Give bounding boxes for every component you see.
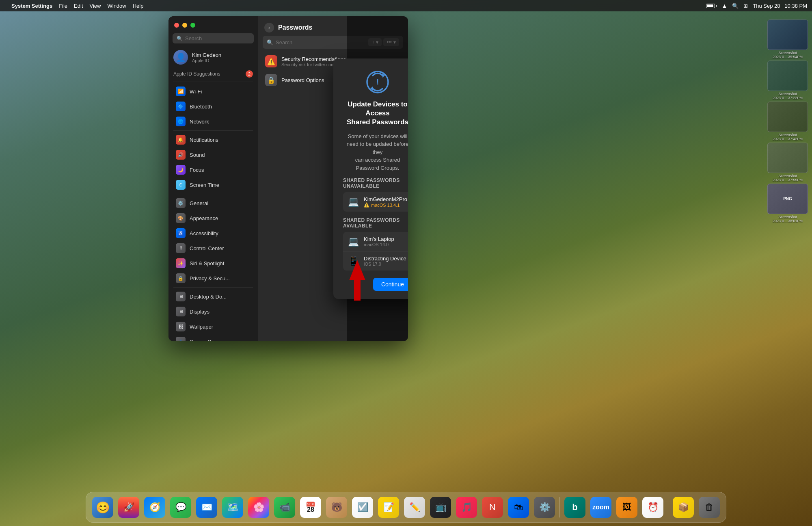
dock-item-messages[interactable]: 💬 xyxy=(169,496,192,519)
sidebar-item-focus[interactable]: 🌙 Focus xyxy=(171,162,255,177)
back-button[interactable]: ‹ xyxy=(264,23,274,32)
clock-icon: ⏰ xyxy=(642,497,663,518)
sidebar-item-controlcenter[interactable]: 🎛 Control Center xyxy=(171,241,255,255)
screenshot-1[interactable]: Screenshot2023-0....35:54PM xyxy=(767,19,809,59)
device-laptop-os: macOS 14.0 xyxy=(364,242,394,247)
screenshot-label-3: Screenshot2023-0....37:42PM xyxy=(773,133,803,141)
suggestions-badge: 2 xyxy=(246,70,253,78)
laptop-available-icon: 💻 xyxy=(348,236,359,247)
screenshot-thumb-2[interactable] xyxy=(767,61,808,91)
dock-item-calendar[interactable]: SEP 28 xyxy=(299,496,322,519)
app-name[interactable]: System Settings xyxy=(11,3,52,9)
sidebar-item-screentime[interactable]: ⏱ Screen Time xyxy=(171,177,255,192)
screenshot-5[interactable]: PNG Screenshot2023-0....38:01PM xyxy=(767,184,809,223)
dock-item-freeform[interactable]: ✏️ xyxy=(403,496,426,519)
sidebar-item-network[interactable]: 🌐 Network xyxy=(171,114,255,129)
sidebar-item-sound[interactable]: 🔊 Sound xyxy=(171,147,255,162)
appletv-icon: 📺 xyxy=(430,497,451,518)
syspreferences-icon: ⚙️ xyxy=(534,497,555,518)
maximize-button[interactable] xyxy=(190,23,195,28)
privacy-icon: 🔒 xyxy=(176,273,186,283)
dock-separator-1 xyxy=(559,497,560,517)
continue-button[interactable]: Continue xyxy=(373,278,408,291)
wallpaper-icon: 🖼 xyxy=(176,322,186,331)
screenshot-3[interactable]: Screenshot2023-0....37:42PM xyxy=(767,102,809,141)
menu-edit[interactable]: Edit xyxy=(74,3,83,9)
sidebar-search-icon: 🔍 xyxy=(177,36,183,41)
dock-item-news[interactable]: N xyxy=(481,496,504,519)
menu-file[interactable]: File xyxy=(59,3,67,9)
dock-item-trash[interactable]: 🗑 xyxy=(698,496,721,519)
screenshot-thumb-4[interactable] xyxy=(767,143,808,173)
dock: 😊 🚀 🧭 💬 ✉️ 🗺️ 🌸 📹 xyxy=(86,492,726,523)
siri-icon: ✨ xyxy=(176,258,186,268)
dock-item-archiver[interactable]: 📦 xyxy=(672,496,695,519)
dock-item-preview[interactable]: 🖼 xyxy=(615,496,639,519)
dock-item-clock[interactable]: ⏰ xyxy=(641,496,665,519)
dock-item-syspreferences[interactable]: ⚙️ xyxy=(533,496,556,519)
sidebar-search-container[interactable]: 🔍 xyxy=(173,33,254,43)
apple-id-suggestions[interactable]: Apple ID Suggestions 2 xyxy=(168,68,258,80)
sidebar-item-general[interactable]: ⚙️ General xyxy=(171,196,255,210)
sidebar-item-screensaver[interactable]: 💤 Screen Saver xyxy=(171,334,255,341)
appstore-icon: 🛍 xyxy=(508,497,529,518)
screenshot-label-4: Screenshot2023-0....37:55PM xyxy=(773,174,803,182)
dock-item-zoom[interactable]: zoom xyxy=(589,496,613,519)
phone-icon: 📱 xyxy=(348,256,359,266)
screensaver-icon: 💤 xyxy=(176,337,186,341)
dock-item-bing[interactable]: b xyxy=(563,496,587,519)
user-info: Kim Gedeon Apple ID xyxy=(192,52,221,63)
sidebar-scroll[interactable]: 📶 Wi-Fi 🔷 Bluetooth 🌐 Network 🔔 Notifica… xyxy=(168,84,258,341)
sidebar-item-privacy[interactable]: 🔒 Privacy & Secu... xyxy=(171,271,255,286)
dock-item-maps[interactable]: 🗺️ xyxy=(221,496,244,519)
screenshot-label-2: Screenshot2023-0....37:22PM xyxy=(773,92,803,100)
calendar-icon: SEP 28 xyxy=(300,497,321,518)
menu-datetime: Thu Sep 28 10:38 PM xyxy=(753,3,807,9)
dock-item-facetime[interactable]: 📹 xyxy=(273,496,296,519)
screenshot-thumb-5[interactable]: PNG xyxy=(767,184,808,214)
displays-icon: 🖥 xyxy=(176,307,186,316)
sidebar-label-siri: Siri & Spotlight xyxy=(190,260,224,266)
sidebar-search-input[interactable] xyxy=(185,35,250,41)
screenshot-4[interactable]: Screenshot2023-0....37:55PM xyxy=(767,143,809,182)
sidebar-item-notifications[interactable]: 🔔 Notifications xyxy=(171,132,255,147)
dock-item-notes[interactable]: 📝 xyxy=(377,496,400,519)
sidebar-item-wifi[interactable]: 📶 Wi-Fi xyxy=(171,84,255,99)
sidebar-item-bluetooth[interactable]: 🔷 Bluetooth xyxy=(171,99,255,114)
dock-item-appstore[interactable]: 🛍 xyxy=(507,496,530,519)
dock-item-photos[interactable]: 🌸 xyxy=(247,496,270,519)
menu-window[interactable]: Window xyxy=(107,3,126,9)
control-center-icon[interactable]: ⊞ xyxy=(743,3,748,9)
dock-item-finder[interactable]: 😊 xyxy=(91,496,114,519)
minimize-button[interactable] xyxy=(182,23,187,28)
menu-help[interactable]: Help xyxy=(133,3,144,9)
main-content: ‹ Passwords 🔍 + ▾ ••• ▾ xyxy=(258,16,408,341)
trash-icon: 🗑 xyxy=(699,497,720,518)
network-icon: 🌐 xyxy=(176,117,186,126)
search-icon[interactable]: 🔍 xyxy=(732,3,739,9)
dock-item-launchpad[interactable]: 🚀 xyxy=(117,496,140,519)
user-section[interactable]: 👤 Kim Gedeon Apple ID xyxy=(168,47,258,68)
sidebar-item-wallpaper[interactable]: 🖼 Wallpaper xyxy=(171,319,255,334)
device-laptop-info: Kim's Laptop macOS 14.0 xyxy=(364,236,394,247)
dock-item-safari[interactable]: 🧭 xyxy=(143,496,166,519)
screenshot-thumb-3[interactable] xyxy=(767,102,808,132)
sidebar-item-siri[interactable]: ✨ Siri & Spotlight xyxy=(171,256,255,271)
dock-item-music[interactable]: 🎵 xyxy=(455,496,478,519)
sidebar-item-appearance[interactable]: 🎨 Appearance xyxy=(171,211,255,225)
dock-item-reminders[interactable]: ☑️ xyxy=(351,496,374,519)
sidebar-item-displays[interactable]: 🖥 Displays xyxy=(171,304,255,319)
dock-item-appletv[interactable]: 📺 xyxy=(429,496,452,519)
security-recommendations-icon: ⚠️ xyxy=(265,55,277,67)
dock-item-bear[interactable]: 🐻 xyxy=(325,496,348,519)
safari-icon: 🧭 xyxy=(144,497,165,518)
screenshot-2[interactable]: Screenshot2023-0....37:22PM xyxy=(767,61,809,100)
menu-view[interactable]: View xyxy=(90,3,101,9)
modal-subtitle: Some of your devices will need to be upd… xyxy=(343,132,408,172)
dock-item-mail[interactable]: ✉️ xyxy=(195,496,218,519)
sidebar-item-accessibility[interactable]: ♿ Accessibility xyxy=(171,226,255,240)
screenshot-thumb-1[interactable] xyxy=(767,19,808,50)
sidebar-item-desktop[interactable]: 🖥 Desktop & Do... xyxy=(171,289,255,304)
sidebar-separator-1 xyxy=(173,82,253,82)
close-button[interactable] xyxy=(174,23,179,28)
